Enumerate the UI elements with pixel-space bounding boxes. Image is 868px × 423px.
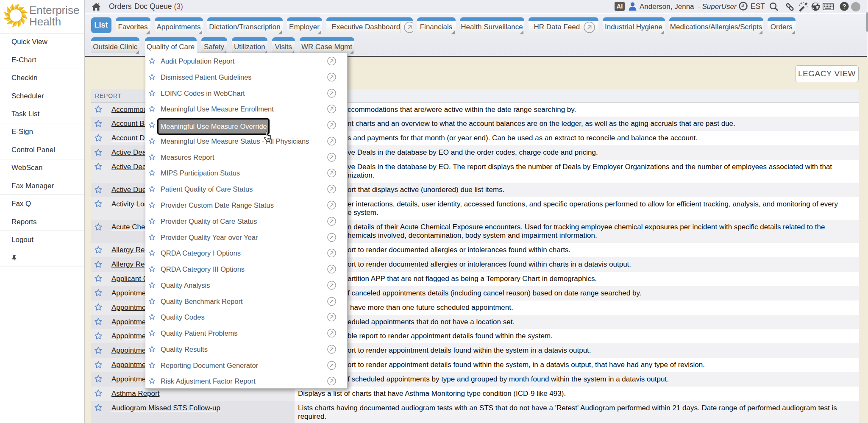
svg-text:?: ? <box>842 3 846 10</box>
